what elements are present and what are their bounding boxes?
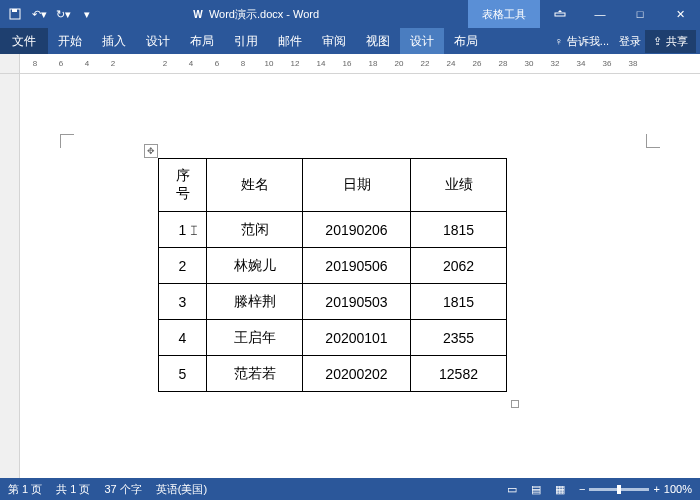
tab-insert[interactable]: 插入 xyxy=(92,28,136,54)
table-header[interactable]: 日期 xyxy=(303,159,411,212)
table-cell[interactable]: 王启年 xyxy=(207,320,303,356)
table-cell[interactable]: 1815 xyxy=(411,212,507,248)
table-cell[interactable]: 范若若 xyxy=(207,356,303,392)
page-number[interactable]: 第 1 页 xyxy=(8,482,42,497)
undo-icon[interactable]: ↶▾ xyxy=(28,3,50,25)
window-controls: — □ ✕ xyxy=(540,0,700,28)
table-cell[interactable]: 20190503 xyxy=(303,284,411,320)
table-resize-handle[interactable] xyxy=(511,400,519,408)
document-area: ✥ 序号姓名日期业绩1𝙸范闲2019020618152林婉儿2019050620… xyxy=(0,74,700,478)
table-tools-context-tab: 表格工具 xyxy=(468,0,540,28)
table-header[interactable]: 业绩 xyxy=(411,159,507,212)
tab-review[interactable]: 审阅 xyxy=(312,28,356,54)
data-table[interactable]: 序号姓名日期业绩1𝙸范闲2019020618152林婉儿201905062062… xyxy=(158,158,507,392)
table-header[interactable]: 姓名 xyxy=(207,159,303,212)
table-cell[interactable]: 2355 xyxy=(411,320,507,356)
view-print-icon[interactable]: ▤ xyxy=(531,483,541,496)
file-tab[interactable]: 文件 xyxy=(0,28,48,54)
horizontal-ruler[interactable]: 86422468101214161820222426283032343638 xyxy=(20,54,700,73)
vertical-ruler[interactable] xyxy=(0,74,20,478)
view-web-icon[interactable]: ▦ xyxy=(555,483,565,496)
tell-me-search[interactable]: ♀告诉我... xyxy=(549,34,615,49)
tab-mailings[interactable]: 邮件 xyxy=(268,28,312,54)
table-row[interactable]: 4王启年202001012355 xyxy=(159,320,507,356)
table-header[interactable]: 序号 xyxy=(159,159,207,212)
tab-table-design[interactable]: 设计 xyxy=(400,28,444,54)
table-move-handle[interactable]: ✥ xyxy=(144,144,158,158)
save-icon[interactable] xyxy=(4,3,26,25)
redo-icon[interactable]: ↻▾ xyxy=(52,3,74,25)
table-row[interactable]: 5范若若2020020212582 xyxy=(159,356,507,392)
titlebar: ↶▾ ↻▾ ▾ W Word演示.docx - Word 表格工具 — □ ✕ xyxy=(0,0,700,28)
tab-references[interactable]: 引用 xyxy=(224,28,268,54)
table-row[interactable]: 3滕梓荆201905031815 xyxy=(159,284,507,320)
document-title-area: W Word演示.docx - Word xyxy=(102,7,408,22)
svg-rect-4 xyxy=(555,13,565,16)
svg-rect-1 xyxy=(12,9,17,12)
quick-access-toolbar: ↶▾ ↻▾ ▾ xyxy=(0,3,102,25)
qat-dropdown-icon[interactable]: ▾ xyxy=(76,3,98,25)
zoom-out-icon[interactable]: − xyxy=(579,483,585,495)
margin-marker xyxy=(60,134,74,148)
word-app-icon: W xyxy=(191,7,205,21)
table-row[interactable]: 1𝙸范闲201902061815 xyxy=(159,212,507,248)
table-cell[interactable]: 20200101 xyxy=(303,320,411,356)
page-total[interactable]: 共 1 页 xyxy=(56,482,90,497)
ribbon-options-icon[interactable] xyxy=(540,0,580,28)
maximize-button[interactable]: □ xyxy=(620,0,660,28)
zoom-level[interactable]: 100% xyxy=(664,483,692,495)
table-cell[interactable]: 范闲 xyxy=(207,212,303,248)
document-title: Word演示.docx - Word xyxy=(209,7,319,22)
zoom-control[interactable]: − + 100% xyxy=(579,483,692,495)
table-cell[interactable]: 20190506 xyxy=(303,248,411,284)
table-cell[interactable]: 3 xyxy=(159,284,207,320)
tab-view[interactable]: 视图 xyxy=(356,28,400,54)
zoom-slider[interactable] xyxy=(589,488,649,491)
table-cell[interactable]: 12582 xyxy=(411,356,507,392)
minimize-button[interactable]: — xyxy=(580,0,620,28)
table-cell[interactable]: 5 xyxy=(159,356,207,392)
zoom-in-icon[interactable]: + xyxy=(653,483,659,495)
table-cell[interactable]: 林婉儿 xyxy=(207,248,303,284)
table-cell[interactable]: 2 xyxy=(159,248,207,284)
login-button[interactable]: 登录 xyxy=(619,34,641,49)
view-read-icon[interactable]: ▭ xyxy=(507,483,517,496)
table-row[interactable]: 2林婉儿201905062062 xyxy=(159,248,507,284)
table-cell[interactable]: 1𝙸 xyxy=(159,212,207,248)
tab-table-layout[interactable]: 布局 xyxy=(444,28,488,54)
table-cell[interactable]: 滕梓荆 xyxy=(207,284,303,320)
ribbon-tabs: 文件 开始 插入 设计 布局 引用 邮件 审阅 视图 设计 布局 ♀告诉我...… xyxy=(0,28,700,54)
page-canvas[interactable]: ✥ 序号姓名日期业绩1𝙸范闲2019020618152林婉儿2019050620… xyxy=(20,74,700,478)
language[interactable]: 英语(美国) xyxy=(156,482,207,497)
tab-home[interactable]: 开始 xyxy=(48,28,92,54)
text-cursor-icon: 𝙸 xyxy=(189,222,199,239)
table-cell[interactable]: 20200202 xyxy=(303,356,411,392)
table-cell[interactable]: 20190206 xyxy=(303,212,411,248)
horizontal-ruler-area: 86422468101214161820222426283032343638 xyxy=(0,54,700,74)
share-icon: ⇪ xyxy=(653,35,662,48)
tab-layout[interactable]: 布局 xyxy=(180,28,224,54)
table-cell[interactable]: 1815 xyxy=(411,284,507,320)
lightbulb-icon: ♀ xyxy=(555,35,563,47)
svg-text:W: W xyxy=(193,9,203,20)
word-count[interactable]: 37 个字 xyxy=(104,482,141,497)
tab-design[interactable]: 设计 xyxy=(136,28,180,54)
close-button[interactable]: ✕ xyxy=(660,0,700,28)
statusbar: 第 1 页 共 1 页 37 个字 英语(美国) ▭ ▤ ▦ − + 100% xyxy=(0,478,700,500)
margin-marker xyxy=(646,134,660,148)
table-cell[interactable]: 2062 xyxy=(411,248,507,284)
table-cell[interactable]: 4 xyxy=(159,320,207,356)
share-button[interactable]: ⇪共享 xyxy=(645,30,696,53)
